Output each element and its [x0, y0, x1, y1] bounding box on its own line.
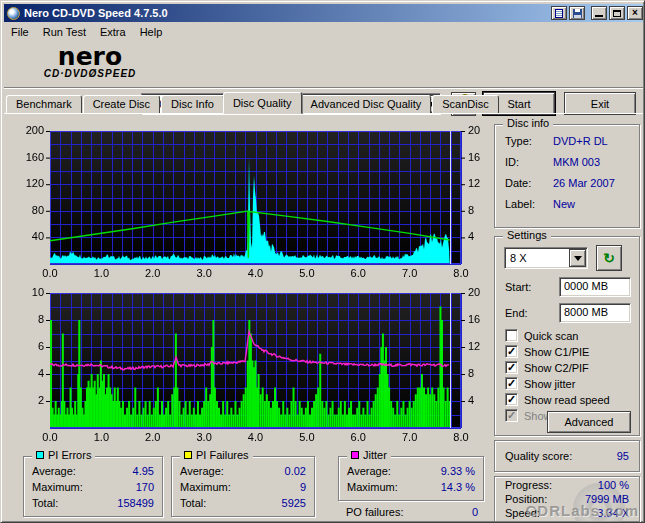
tab-scandisc[interactable]: ScanDisc — [432, 95, 498, 114]
pi-failures-title: PI Failures — [180, 449, 253, 461]
start-position-label: Start: — [505, 281, 531, 293]
pi-failures-group: PI Failures Average:0.02 Maximum:9 Total… — [171, 456, 315, 517]
close-button[interactable]: × — [627, 6, 643, 20]
tab-disc-quality[interactable]: Disc Quality — [223, 92, 302, 114]
quality-score-label: Quality score: — [505, 450, 572, 462]
pif-total-label: Total: — [180, 497, 206, 509]
jitter-average-value: 9.33 % — [441, 465, 475, 477]
quality-score-group: Quality score:95 — [494, 440, 640, 472]
end-position-field[interactable]: 8000 MB — [559, 303, 631, 323]
report-button[interactable] — [551, 6, 567, 20]
cddvd-speed-logo-text: CD·DVDØSPEED — [30, 68, 150, 79]
maximize-button[interactable] — [609, 6, 625, 20]
pif-maximum-label: Maximum: — [180, 481, 231, 493]
pie-average-value: 4.95 — [133, 465, 154, 477]
checkbox-icon: ✓ — [505, 393, 518, 406]
pi-errors-group: PI Errors Average:4.95 Maximum:170 Total… — [23, 456, 163, 517]
cdrlabs-watermark: CDRLabs.com — [525, 502, 639, 519]
disc-quality-page: Disc info Type:DVD+R DL ID:MKM 003 Date:… — [4, 113, 643, 521]
disc-info-group: Disc info Type:DVD+R DL ID:MKM 003 Date:… — [494, 124, 640, 228]
pie-total-label: Total: — [32, 497, 58, 509]
pif-average-value: 0.02 — [285, 465, 306, 477]
po-failures-row: PO failures: 0 — [346, 506, 478, 518]
progress-value: 100 % — [598, 479, 629, 491]
app-window: Nero CD-DVD Speed 4.7.5.0 × File Run Tes… — [0, 0, 645, 523]
jitter-title: Jitter — [347, 449, 391, 461]
menu-file[interactable]: File — [4, 24, 36, 40]
speed-select-value: 8 X — [505, 252, 568, 264]
jitter-group: Jitter Average:9.33 % Maximum:14.3 % — [338, 456, 484, 501]
checkbox-show-c1-pie[interactable]: ✓Show C1/PIE — [505, 345, 589, 358]
pie-total-value: 158499 — [117, 497, 154, 509]
nero-logo-text: nero — [30, 46, 150, 68]
app-icon — [7, 7, 20, 20]
nero-logo: nero CD·DVDØSPEED — [30, 46, 150, 79]
start-position-field[interactable]: 0000 MB — [559, 277, 631, 297]
pi-failures-jitter-chart — [18, 285, 490, 443]
exit-button[interactable]: Exit — [564, 92, 636, 115]
checkbox-show-c2-pif[interactable]: ✓Show C2/PIF — [505, 361, 589, 374]
tab-create-disc[interactable]: Create Disc — [83, 95, 160, 114]
disc-label-label: Label: — [505, 198, 535, 210]
disc-type-value: DVD+R DL — [553, 135, 608, 147]
jitter-average-label: Average: — [347, 465, 391, 477]
checkbox-icon: ✓ — [505, 377, 518, 390]
refresh-icon: ↻ — [603, 250, 615, 266]
pie-maximum-label: Maximum: — [32, 481, 83, 493]
jitter-maximum-value: 14.3 % — [441, 481, 475, 493]
chevron-down-icon — [574, 256, 582, 261]
checkbox-quick-scan[interactable]: Quick scan — [505, 329, 578, 342]
disc-label-value: New — [553, 198, 575, 210]
checkbox-icon: ✓ — [505, 409, 518, 422]
disc-type-label: Type: — [505, 135, 532, 147]
settings-title: Settings — [503, 229, 551, 241]
menu-help[interactable]: Help — [133, 24, 170, 40]
speed-select-dropdown-button[interactable] — [569, 249, 586, 267]
pif-average-label: Average: — [180, 465, 224, 477]
minimize-button[interactable] — [591, 6, 607, 20]
tab-strip: Benchmark Create Disc Disc Info Disc Qua… — [6, 92, 500, 114]
checkbox-show-read-speed[interactable]: ✓Show read speed — [505, 393, 610, 406]
checkbox-icon — [505, 329, 518, 342]
window-title: Nero CD-DVD Speed 4.7.5.0 — [24, 7, 549, 19]
jitter-legend-icon — [351, 451, 359, 459]
tab-benchmark[interactable]: Benchmark — [6, 95, 82, 114]
save-button[interactable] — [569, 6, 585, 20]
title-bar: Nero CD-DVD Speed 4.7.5.0 × — [4, 4, 643, 22]
pi-errors-speed-chart — [18, 122, 490, 282]
po-failures-label: PO failures: — [346, 506, 403, 518]
pif-maximum-value: 9 — [300, 481, 306, 493]
tab-advanced-disc-quality[interactable]: Advanced Disc Quality — [301, 95, 432, 114]
pi-errors-legend-icon — [36, 451, 44, 459]
speed-select[interactable]: 8 X — [504, 247, 588, 269]
disc-id-value: MKM 003 — [553, 156, 600, 168]
tab-disc-info[interactable]: Disc Info — [161, 95, 224, 114]
settings-group: Settings 8 X ↻ Start: 0000 MB End: 8000 … — [494, 236, 640, 436]
advanced-button[interactable]: Advanced — [547, 411, 631, 433]
checkbox-icon: ✓ — [505, 345, 518, 358]
jitter-maximum-label: Maximum: — [347, 481, 398, 493]
menu-extra[interactable]: Extra — [93, 24, 133, 40]
menu-bar: File Run Test Extra Help — [4, 22, 643, 41]
pi-failures-legend-icon — [184, 451, 192, 459]
header: nero CD·DVDØSPEED [0:0] BENQ DVD DD DW16… — [4, 41, 643, 88]
end-position-label: End: — [505, 307, 528, 319]
refresh-button[interactable]: ↻ — [596, 245, 622, 271]
disc-info-title: Disc info — [503, 117, 553, 129]
disc-date-label: Date: — [505, 177, 531, 189]
checkbox-show-jitter[interactable]: ✓Show jitter — [505, 377, 575, 390]
disc-date-value: 26 Mar 2007 — [553, 177, 615, 189]
checkbox-icon: ✓ — [505, 361, 518, 374]
pi-errors-title: PI Errors — [32, 449, 95, 461]
menu-run-test[interactable]: Run Test — [36, 24, 93, 40]
close-icon: × — [632, 8, 638, 18]
po-failures-value: 0 — [472, 506, 478, 518]
save-icon — [573, 9, 582, 18]
pie-average-label: Average: — [32, 465, 76, 477]
disc-id-label: ID: — [505, 156, 519, 168]
progress-label: Progress: — [505, 479, 552, 491]
report-icon — [555, 9, 563, 18]
maximize-icon — [613, 10, 621, 17]
pif-total-value: 5925 — [282, 497, 306, 509]
minimize-icon — [595, 15, 603, 17]
